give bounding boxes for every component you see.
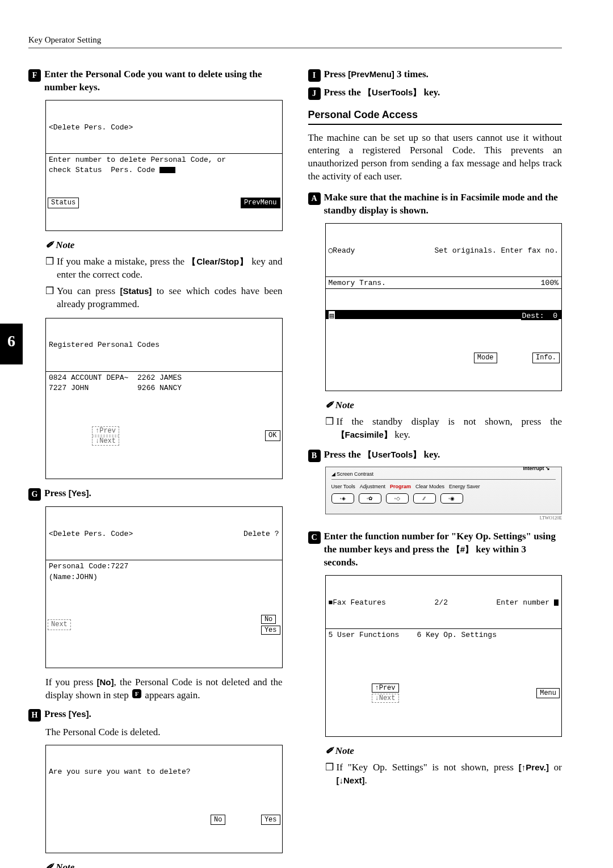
t: Interrupt [523,466,544,471]
lcd-prevmenu-button[interactable]: PrevMenu [241,198,280,208]
step-8-heading: H Press [Yes]. [28,708,283,722]
step-2-heading: B Press the UserTools key. [308,448,562,462]
step-icon-1: A [308,192,321,205]
paragraph-7: If you press [No], the Personal Code is … [45,676,283,702]
note-heading: ✐ Note [325,745,562,758]
t: Press [324,69,349,79]
lcd-yes-button[interactable]: Yes [261,815,280,825]
note-heading: ✐ Note [45,861,283,868]
lcd-no-button[interactable]: No [211,815,225,825]
lcd-ok-button[interactable]: OK [265,430,280,441]
lcd-yes-button[interactable]: Yes [261,626,280,635]
lcd-prompt: Delete ? [243,529,279,539]
lcd-line: 0824 ACCOUNT DEPA~ 2262 JAMES [49,374,182,382]
lcd-row: Memory Trans. 100% [326,276,562,289]
step-icon-3: C [308,531,321,544]
step-7-text: Press [Yes]. [44,487,283,500]
note-list-6: If you make a mistake, press the Clear/S… [45,255,283,311]
section-heading: Personal Code Access [308,108,562,124]
cursor-icon [159,167,175,173]
t: Press the [324,449,364,460]
screen-contrast-label: ◢ Screen Contrast [331,471,556,477]
note-list-3: If "Key Op. Settings" is not shown, pres… [325,761,562,787]
lcd-line: Personal Code:7227 [49,562,128,571]
panel-key-label: Adjustment [360,483,385,490]
lcd-line: 7227 JOHN 9266 NANCY [49,384,182,392]
program-panel-key[interactable]: ◦◇ [386,493,409,504]
lcd-ready: ◯Ready [329,246,355,256]
lcd-prompt: Set originals. Enter fax no. [435,246,559,256]
step-9-heading: I Press [PrevMenu] 3 times. [308,68,562,82]
lcd-memtrans: Memory Trans. [329,278,386,288]
step-icon-6: F [28,69,41,82]
step-icon-9: I [308,69,321,82]
t: key. [421,87,440,98]
lcd-no-button[interactable]: No [261,615,276,624]
lcd-prev-button[interactable]: ↑Prev [372,684,399,693]
t: If you press [45,677,97,687]
lcd-line2: check Status Pers. Code [49,166,159,174]
lcd-prev-button[interactable]: ↑Prev [92,426,119,435]
yes-key: [Yes] [69,709,89,719]
note-item: If "Key Op. Settings" is not shown, pres… [325,761,562,787]
usertools-panel-key[interactable]: ◦◈ [331,493,354,504]
image-ref: LTWO120E [325,515,562,522]
lcd-dest: Dest: 0 [521,312,559,320]
step-6-text: Enter the Personal Code you want to dele… [44,68,283,94]
lcd-page: 2/2 [435,598,448,608]
note-text: You can press [57,286,120,296]
panel-key-label: Energy Saver [449,483,480,490]
lcd-body: Are you sure you want to delete? [46,766,282,789]
lcd-body: Enter number to delete Personal Code, or… [46,153,282,177]
step-icon-2: B [308,450,321,462]
paragraph-8: The Personal Code is deleted. [45,726,283,739]
note-item: You can press [Status] to see which code… [45,285,283,311]
step-10-heading: J Press the UserTools key. [308,86,562,100]
lcd-line1: Enter number to delete Personal Code, or [49,156,226,164]
side-tab: 6 [0,324,23,364]
note-text: If you make a mistake, press the [57,256,187,267]
energysaver-panel-key[interactable]: ◦◉ [440,493,463,504]
t: . [89,488,91,498]
t: . [365,775,367,786]
intro-paragraph: The machine can be set up so that users … [308,132,562,184]
t: or [549,762,562,773]
facsimile-key: Facsimile [337,430,392,439]
lcd-next-button[interactable]: ↓Next [372,694,399,703]
lcd-mode-button[interactable]: Mode [474,353,497,363]
lcd-top-row: <Delete Pers. Code> Delete ? [46,528,282,539]
prevmenu-key: [PrevMenu] [348,69,394,79]
lcd-delete-confirm1: <Delete Pers. Code> Delete ? Personal Co… [45,506,283,668]
doc-icon: ▤ [329,311,335,319]
step-6-heading: F Enter the Personal Code you want to de… [28,68,283,94]
lcd-delete-code-entry: <Delete Pers. Code> Enter number to dele… [45,100,283,231]
step-1-heading: A Make sure that the machine is in Facsi… [308,191,562,217]
t: If "Key Op. Settings" is not shown, pres… [337,762,519,773]
step-ref-icon: F [132,689,141,698]
interrupt-label: Interrupt ↘ [523,465,550,472]
step-7-heading: G Press [Yes]. [28,487,283,501]
lcd-title: Registered Personal Codes [46,339,282,350]
lcd-title: <Delete Pers. Code> [49,529,133,539]
t: Screen Contrast [337,471,373,477]
lcd-title: <Delete Pers. Code> [46,121,282,133]
page-header: Key Operator Setting [28,34,562,48]
lcd-next-button[interactable]: Next [48,619,71,630]
lcd-next-button[interactable]: ↓Next [92,437,119,446]
clear-stop-key: Clear/Stop [187,257,249,266]
adjustment-panel-key[interactable]: ◦✿ [359,493,381,504]
lcd-prompt: Enter number [497,598,559,608]
t: 3 times. [394,69,429,79]
lcd-percent: 100% [541,278,559,288]
hash-key: # [452,544,473,554]
step-1-text: Make sure that the machine is in Facsimi… [324,191,562,217]
step-3-heading: C Enter the function number for "Key Op.… [308,530,562,569]
lcd-info-button[interactable]: Info. [532,353,560,363]
clearmodes-panel-key[interactable]: ⁄⁄ [413,493,436,504]
step-icon-8: H [28,709,41,722]
lcd-status-button[interactable]: Status [48,198,79,208]
note-item: If the standby display is not shown, pre… [325,416,562,442]
usertools-key: UserTools [363,450,421,459]
lcd-menu-button[interactable]: Menu [536,688,560,699]
lcd-title: ■Fax Features [329,598,386,608]
